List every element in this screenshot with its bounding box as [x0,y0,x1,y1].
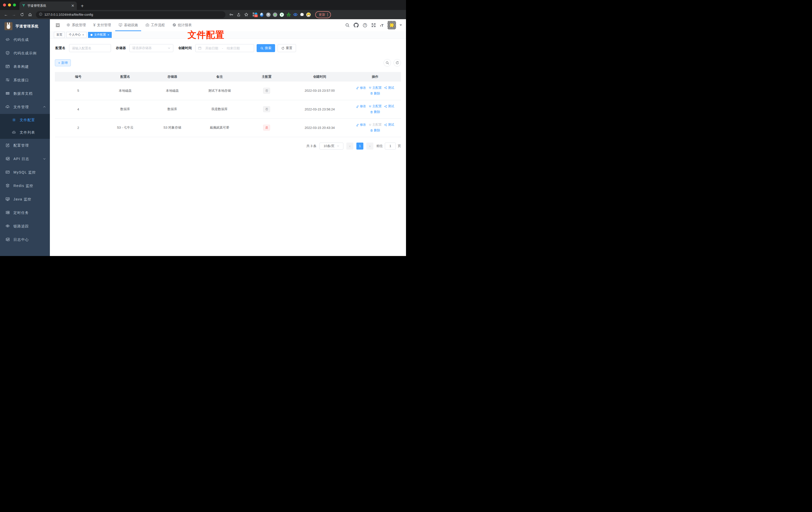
delete-action[interactable]: 删除 [370,91,380,96]
delete-action[interactable]: 删除 [370,128,380,132]
layers-icon [5,183,10,188]
topnav-payment[interactable]: ¥ 支付管理 [90,19,114,31]
sidebar-item-tracing[interactable]: 链路追踪 [0,220,50,233]
password-key-icon[interactable] [228,11,234,18]
extension-emoji-icon[interactable] [306,12,311,17]
address-bar[interactable]: 127.0.0.1:1024/infra/file/file-config [36,11,226,18]
search-icon [260,47,264,50]
browser-menu-icon[interactable] [327,13,328,16]
monitor-check-icon [118,23,122,28]
goto-label: 前往 [376,144,383,148]
set-master-action[interactable]: 主配置 [369,104,382,109]
set-master-action[interactable]: 主配置 [369,86,382,90]
extension-tabs-icon[interactable]: 11 [252,12,257,17]
reset-button[interactable]: 重置 [278,44,296,52]
end-date-input[interactable] [225,47,242,50]
sidebar-item-redis-monitor[interactable]: Redis 监控 [0,179,50,193]
share-icon[interactable] [235,11,242,18]
close-window-button[interactable] [3,3,6,6]
test-action[interactable]: 测试 [384,86,394,90]
extension-record-icon[interactable] [272,12,278,17]
next-page-icon[interactable]: › [366,143,373,150]
page-content: 配置名 存储器 请选择存储器 创建时间 - [50,39,406,256]
sidebar-item-api-log[interactable]: API 日志 [0,152,50,166]
gear-icon [12,118,16,123]
extension-star-icon[interactable] [286,12,291,17]
chart-line-icon [5,170,10,175]
back-icon[interactable]: ← [2,11,9,18]
cell-storage: S3 对象存储 [149,118,196,137]
tag-close-icon[interactable]: × [108,33,109,37]
add-button[interactable]: + 新增 [55,59,71,66]
sidebar-item-code-gen[interactable]: 代码生成 [0,33,50,47]
update-label: 更新 [319,12,325,17]
browser-tab[interactable]: 芋道管理系统 ✕ [20,1,77,10]
cell-name: 本地磁盘 [102,82,149,100]
date-range-picker[interactable]: - [195,44,254,52]
sidebar-item-java-monitor[interactable]: Java 监控 [0,193,50,206]
tag-file-config[interactable]: 文件配置 × [88,32,112,38]
storage-select[interactable]: 请选择存储器 [129,44,173,52]
reload-icon[interactable] [19,11,25,18]
home-icon[interactable] [26,11,33,18]
edit-action[interactable]: 修改 [356,123,366,127]
extension-balloon-icon[interactable] [259,12,264,17]
extension-command-icon[interactable]: ⌘ [266,12,271,17]
sidebar-item-file-list[interactable]: 文件列表 [0,126,50,139]
start-date-input[interactable] [203,47,221,50]
topnav-workflow[interactable]: 工作流程 [142,19,168,31]
goto-page-input[interactable] [385,143,396,150]
sidebar-item-scheduled-jobs[interactable]: 定时任务 [0,206,50,220]
magnet-icon [369,123,372,126]
site-info-icon[interactable] [39,12,42,17]
sidebar-item-mysql-monitor[interactable]: MySQL 监控 [0,166,50,179]
gauge-icon [172,23,176,28]
table-search-toggle-icon[interactable] [383,59,391,66]
extension-puzzle-icon[interactable] [299,12,304,17]
sidebar-item-log-center[interactable]: 日志中心 [0,233,50,246]
tab-close-icon[interactable]: ✕ [71,3,74,8]
tag-home[interactable]: 首页 [54,32,65,38]
sidebar-item-db-doc[interactable]: 数据库文档 [0,87,50,100]
page-size-select[interactable]: 10条/页 [319,143,343,150]
sidebar-item-system-api[interactable]: 系统接口 [0,73,50,87]
sidebar-item-code-demo[interactable]: 代码生成示例 [0,47,50,60]
config-name-input[interactable] [69,44,111,52]
topnav-system[interactable]: 系统管理 [63,19,89,31]
extension-eye-icon[interactable] [293,12,298,17]
search-button[interactable]: 搜索 [257,44,275,52]
sidebar-item-file-config[interactable]: 文件配置 [0,114,50,126]
new-tab-button[interactable]: + [77,3,88,10]
topnav-infrastructure[interactable]: 基础设施 [115,19,141,31]
user-avatar-qr[interactable] [387,21,396,29]
delete-action[interactable]: 删除 [370,110,380,114]
sidebar-item-form-builder[interactable]: 表单构建 [0,60,50,73]
avatar-caret-icon[interactable] [400,24,402,26]
forward-icon[interactable]: → [10,11,18,18]
chevron-down-icon [337,145,340,147]
edit-action[interactable]: 修改 [356,104,366,109]
fullscreen-icon[interactable] [371,23,376,27]
prev-page-icon[interactable]: ‹ [346,143,353,150]
current-page[interactable]: 1 [356,143,364,150]
sidebar-fold-icon[interactable] [53,23,62,28]
font-size-icon[interactable]: тT [380,23,383,27]
bookmark-star-icon[interactable] [243,11,250,18]
sidebar-item-file-mgmt[interactable]: 文件管理 [0,100,50,114]
edit-action[interactable]: 修改 [356,86,366,90]
search-icon[interactable] [345,23,350,27]
test-action[interactable]: 测试 [384,104,394,109]
sidebar-logo[interactable]: 芋道管理系统 [0,19,50,33]
tag-profile[interactable]: 个人中心 × [66,32,87,38]
github-icon[interactable] [354,23,358,28]
cell-remark: 我是数据库 [196,100,243,118]
zoom-window-button[interactable] [13,3,16,6]
sidebar-item-config-mgmt[interactable]: 配置管理 [0,139,50,152]
tag-close-icon[interactable]: × [82,33,84,37]
test-action[interactable]: 测试 [384,123,394,127]
minimize-window-button[interactable] [8,3,11,6]
extension-y-icon[interactable]: Y [279,12,284,17]
browser-update-button[interactable]: 更新 [315,11,331,18]
table-refresh-icon[interactable] [394,59,401,66]
help-icon[interactable]: ? [362,23,367,28]
